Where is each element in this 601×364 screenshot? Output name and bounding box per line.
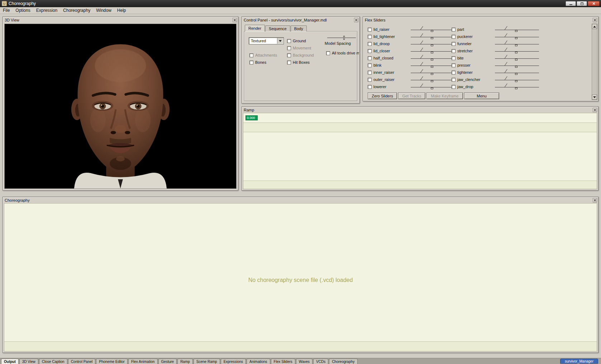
flex-checkbox-lowerer[interactable]: lowerer [368, 85, 386, 89]
tab-output[interactable]: Output [1, 359, 19, 364]
ground-checkbox[interactable]: Ground [287, 39, 306, 43]
flex-checkbox-half_closed[interactable]: half_closed [368, 56, 393, 60]
tab-flex-animation[interactable]: Flex Animation [128, 359, 158, 364]
panel-control-close-button[interactable] [354, 18, 358, 22]
menu-options[interactable]: Options [13, 8, 33, 13]
ramp-timeline-area[interactable]: 0.000 [243, 113, 597, 189]
model-spacing-slider[interactable] [327, 35, 356, 40]
tab-gesture[interactable]: Gesture [158, 359, 177, 364]
flex-slider-presser[interactable] [495, 63, 539, 68]
tab-body[interactable]: Body [291, 25, 307, 32]
slider-thumb[interactable] [431, 80, 433, 82]
tab-close-caption[interactable]: Close Caption [39, 359, 67, 364]
slider-thumb[interactable] [515, 66, 517, 68]
flex-checkbox-jaw_clencher[interactable]: jaw_clencher [452, 77, 480, 82]
tab-animations[interactable]: Animations [247, 359, 270, 364]
menu-button[interactable]: Menu [464, 92, 499, 99]
dropdown-arrow-button[interactable] [277, 38, 283, 44]
flex-checkbox-blink[interactable]: blink [368, 63, 382, 67]
close-button[interactable] [588, 1, 600, 6]
flex-checkbox-lid_droop[interactable]: lid_droop [368, 42, 390, 46]
slider-thumb[interactable] [515, 37, 517, 39]
slider-thumb[interactable] [431, 59, 433, 61]
render-mode-dropdown[interactable]: Textured [249, 37, 284, 44]
flex-slider-jaw_drop[interactable] [495, 84, 539, 90]
slider-thumb[interactable] [515, 44, 517, 46]
attachments-checkbox[interactable]: Attachments [249, 53, 277, 57]
slider-thumb[interactable] [431, 73, 433, 75]
movement-checkbox[interactable]: Movement [287, 46, 311, 50]
all-tools-drive-mouth-checkbox[interactable]: All tools drive m [326, 51, 359, 55]
flex-checkbox-bite[interactable]: bite [452, 56, 464, 60]
menu-help[interactable]: Help [114, 8, 129, 13]
flex-checkbox-puckerer[interactable]: puckerer [452, 34, 473, 39]
slider-thumb[interactable] [515, 30, 517, 32]
minimize-button[interactable] [566, 1, 576, 6]
flex-slider-outer_raiser[interactable] [411, 77, 455, 82]
flex-slider-lid_droop[interactable] [411, 41, 455, 47]
menu-choreography[interactable]: Choreography [60, 8, 93, 13]
menu-file[interactable]: File [0, 8, 13, 13]
flex-slider-lid_closer[interactable] [411, 48, 455, 54]
flex-slider-part[interactable] [495, 27, 539, 32]
maximize-button[interactable] [577, 1, 587, 6]
zero-sliders-button[interactable]: Zero Sliders [368, 92, 397, 99]
hit-boxes-checkbox[interactable]: Hit Boxes [287, 60, 310, 64]
slider-thumb[interactable] [515, 59, 517, 61]
slider-thumb[interactable] [515, 52, 517, 53]
make-keyframe-button[interactable]: Make Keyframe [426, 92, 463, 99]
flex-checkbox-jaw_drop[interactable]: jaw_drop [452, 85, 473, 89]
slider-thumb[interactable] [431, 37, 433, 39]
flex-checkbox-funneler[interactable]: funneler [452, 42, 472, 46]
flex-slider-tightener[interactable] [495, 70, 539, 75]
slider-thumb[interactable] [515, 87, 517, 89]
bones-checkbox[interactable]: Bones [249, 60, 266, 64]
flex-slider-half_closed[interactable] [411, 56, 455, 61]
tab-ramp[interactable]: Ramp [177, 359, 193, 364]
flex-checkbox-outer_raiser[interactable]: outer_raiser [368, 77, 395, 82]
scroll-down-button[interactable] [592, 95, 597, 100]
panel-choreography-close-button[interactable] [593, 198, 597, 202]
flex-checkbox-part[interactable]: part [452, 27, 464, 32]
panel-ramp-close-button[interactable] [593, 108, 597, 112]
slider-thumb[interactable] [515, 80, 517, 82]
flex-slider-funneler[interactable] [495, 41, 539, 47]
tab-phoneme-editor[interactable]: Phoneme Editor [96, 359, 128, 364]
tab-sequence[interactable]: Sequence [265, 25, 290, 32]
tab-flex-sliders[interactable]: Flex Sliders [271, 359, 295, 364]
flex-slider-puckerer[interactable] [495, 34, 539, 39]
flex-checkbox-presser[interactable]: presser [452, 63, 471, 67]
menu-expression[interactable]: Expression [33, 8, 60, 13]
flex-checkbox-lid_closer[interactable]: lid_closer [368, 49, 390, 53]
flex-checkbox-tightener[interactable]: tightener [452, 70, 473, 75]
slider-thumb[interactable] [431, 87, 433, 89]
flex-slider-bite[interactable] [495, 56, 539, 61]
tab-render[interactable]: Render [245, 25, 265, 32]
tab-control-panel[interactable]: Control Panel [68, 359, 96, 364]
flex-slider-lid_raiser[interactable] [411, 27, 455, 32]
tab-expressions[interactable]: Expressions [221, 359, 246, 364]
flex-slider-lid_tightener[interactable] [411, 34, 455, 39]
slider-thumb[interactable] [515, 73, 517, 75]
get-tracks-button[interactable]: Get Tracks [398, 92, 425, 99]
slider-thumb[interactable] [431, 66, 433, 68]
flex-checkbox-stretcher[interactable]: stretcher [452, 49, 473, 53]
background-checkbox[interactable]: Background [287, 53, 314, 57]
panel-flex-sliders-close-button[interactable] [593, 18, 597, 22]
tab-vcds[interactable]: VCDs [313, 359, 328, 364]
slider-thumb[interactable] [431, 30, 433, 32]
flex-slider-lowerer[interactable] [411, 84, 455, 90]
model-tab-survivor-manager[interactable]: survivor_Manager [560, 359, 598, 364]
flex-checkbox-lid_tightener[interactable]: lid_tightener [368, 34, 395, 39]
panel-3d-view-close-button[interactable] [233, 18, 237, 22]
tab-waves[interactable]: Waves [296, 359, 313, 364]
flex-slider-inner_raiser[interactable] [411, 70, 455, 75]
flex-slider-stretcher[interactable] [495, 48, 539, 54]
menu-window[interactable]: Window [93, 8, 114, 13]
flex-slider-blink[interactable] [411, 63, 455, 68]
scroll-up-button[interactable] [592, 24, 597, 29]
tab-choreography[interactable]: Choreography [329, 359, 357, 364]
flex-scrollbar[interactable] [592, 24, 597, 100]
flex-checkbox-lid_raiser[interactable]: lid_raiser [368, 27, 390, 32]
flex-checkbox-inner_raiser[interactable]: inner_raiser [368, 70, 394, 75]
